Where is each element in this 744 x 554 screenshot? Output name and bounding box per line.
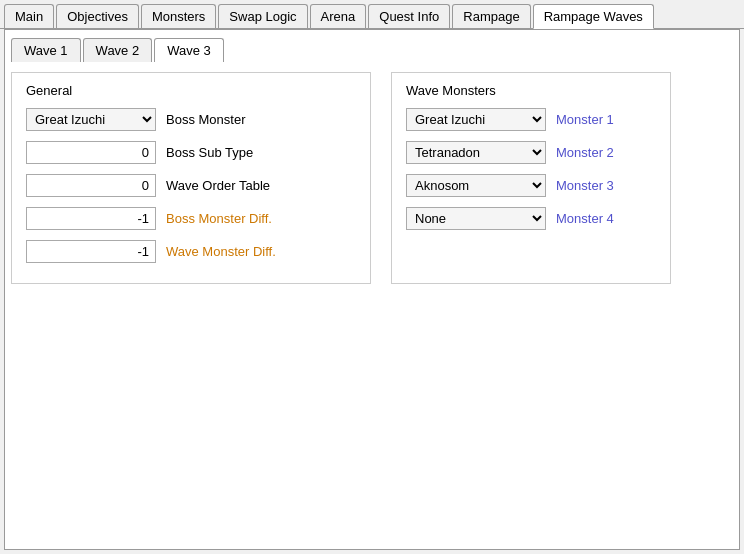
monster-2-select[interactable]: Great Izuchi Tetranadon Aknosom None (406, 141, 546, 164)
wave-monsters-panel: Wave Monsters Great Izuchi Tetranadon Ak… (391, 72, 671, 284)
tab-arena[interactable]: Arena (310, 4, 367, 28)
wave-tab-3[interactable]: Wave 3 (154, 38, 224, 62)
tab-rampage[interactable]: Rampage (452, 4, 530, 28)
boss-monster-label: Boss Monster (166, 112, 306, 127)
tab-quest-info[interactable]: Quest Info (368, 4, 450, 28)
wave-tab-2[interactable]: Wave 2 (83, 38, 153, 62)
tab-main[interactable]: Main (4, 4, 54, 28)
monster-1-label: Monster 1 (556, 112, 626, 127)
monster-3-select[interactable]: Great Izuchi Tetranadon Aknosom None (406, 174, 546, 197)
wave-monster-diff-input[interactable] (26, 240, 156, 263)
boss-monster-select[interactable]: Great Izuchi Tetranadon Aknosom None (26, 108, 156, 131)
monster-1-row: Great Izuchi Tetranadon Aknosom None Mon… (406, 108, 656, 131)
wave-monster-diff-label: Wave Monster Diff. (166, 244, 306, 259)
monster-4-label: Monster 4 (556, 211, 626, 226)
boss-monster-row: Great Izuchi Tetranadon Aknosom None Bos… (26, 108, 356, 131)
boss-monster-diff-label: Boss Monster Diff. (166, 211, 306, 226)
wave-monsters-title: Wave Monsters (406, 83, 656, 98)
monster-1-select[interactable]: Great Izuchi Tetranadon Aknosom None (406, 108, 546, 131)
monster-2-label: Monster 2 (556, 145, 626, 160)
monster-4-row: Great Izuchi Tetranadon Aknosom None Mon… (406, 207, 656, 230)
boss-sub-type-input[interactable] (26, 141, 156, 164)
general-title: General (26, 83, 356, 98)
boss-sub-type-row: Boss Sub Type (26, 141, 356, 164)
monster-3-label: Monster 3 (556, 178, 626, 193)
wave-content: General Great Izuchi Tetranadon Aknosom … (11, 72, 733, 284)
boss-monster-diff-row: Boss Monster Diff. (26, 207, 356, 230)
content-area: Wave 1 Wave 2 Wave 3 General Great Izuch… (4, 29, 740, 550)
wave-order-table-input[interactable] (26, 174, 156, 197)
boss-monster-diff-input[interactable] (26, 207, 156, 230)
wave-tab-bar: Wave 1 Wave 2 Wave 3 (11, 36, 733, 62)
tab-objectives[interactable]: Objectives (56, 4, 139, 28)
wave-tab-1[interactable]: Wave 1 (11, 38, 81, 62)
monster-2-row: Great Izuchi Tetranadon Aknosom None Mon… (406, 141, 656, 164)
monster-3-row: Great Izuchi Tetranadon Aknosom None Mon… (406, 174, 656, 197)
tab-monsters[interactable]: Monsters (141, 4, 216, 28)
general-panel: General Great Izuchi Tetranadon Aknosom … (11, 72, 371, 284)
tab-rampage-waves[interactable]: Rampage Waves (533, 4, 654, 29)
tab-swap-logic[interactable]: Swap Logic (218, 4, 307, 28)
top-tab-bar: Main Objectives Monsters Swap Logic Aren… (0, 0, 744, 29)
wave-monster-diff-row: Wave Monster Diff. (26, 240, 356, 263)
monster-4-select[interactable]: Great Izuchi Tetranadon Aknosom None (406, 207, 546, 230)
wave-order-table-row: Wave Order Table (26, 174, 356, 197)
boss-sub-type-label: Boss Sub Type (166, 145, 306, 160)
wave-order-table-label: Wave Order Table (166, 178, 306, 193)
main-container: Main Objectives Monsters Swap Logic Aren… (0, 0, 744, 554)
